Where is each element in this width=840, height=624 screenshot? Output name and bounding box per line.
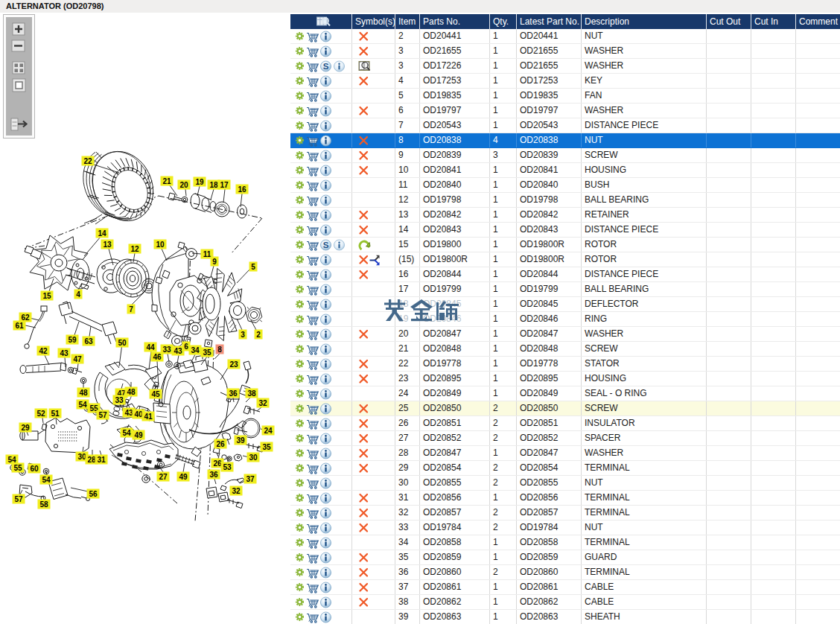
svg-text:12: 12 xyxy=(130,245,139,253)
svg-text:54: 54 xyxy=(122,429,131,437)
svg-text:45: 45 xyxy=(151,390,160,398)
svg-text:49: 49 xyxy=(179,473,188,481)
svg-text:32: 32 xyxy=(258,399,267,407)
svg-text:2: 2 xyxy=(256,331,261,339)
svg-text:11: 11 xyxy=(203,250,211,258)
svg-text:36: 36 xyxy=(209,471,218,479)
svg-text:33: 33 xyxy=(115,396,124,404)
svg-text:36: 36 xyxy=(229,389,238,398)
svg-text:38: 38 xyxy=(247,389,256,398)
svg-text:31: 31 xyxy=(97,456,106,464)
svg-text:48: 48 xyxy=(127,388,136,396)
svg-text:26: 26 xyxy=(216,440,225,448)
svg-text:33: 33 xyxy=(162,346,171,354)
svg-text:57: 57 xyxy=(98,411,107,419)
svg-text:57: 57 xyxy=(14,495,23,503)
svg-text:5: 5 xyxy=(251,263,255,271)
svg-text:24: 24 xyxy=(264,427,273,435)
svg-text:44: 44 xyxy=(146,343,155,351)
svg-text:54: 54 xyxy=(42,476,51,484)
svg-text:47: 47 xyxy=(73,355,82,363)
svg-text:21: 21 xyxy=(162,177,171,185)
svg-text:49: 49 xyxy=(134,431,143,439)
svg-text:42: 42 xyxy=(39,347,48,355)
svg-text:9: 9 xyxy=(212,258,217,266)
svg-text:51: 51 xyxy=(51,410,60,418)
svg-text:63: 63 xyxy=(84,337,93,346)
svg-text:4: 4 xyxy=(76,290,80,299)
svg-text:27: 27 xyxy=(159,473,168,481)
svg-text:37: 37 xyxy=(246,475,255,483)
svg-text:19: 19 xyxy=(195,178,204,186)
svg-text:40: 40 xyxy=(134,410,143,418)
svg-text:41: 41 xyxy=(144,413,153,421)
svg-text:35: 35 xyxy=(262,443,271,451)
svg-text:56: 56 xyxy=(89,490,98,498)
svg-text:46: 46 xyxy=(153,353,162,361)
svg-text:48: 48 xyxy=(79,389,88,397)
svg-text:59: 59 xyxy=(68,336,77,344)
svg-text:62: 62 xyxy=(21,313,30,322)
svg-text:32: 32 xyxy=(232,487,241,495)
svg-text:3: 3 xyxy=(241,331,245,339)
svg-text:16: 16 xyxy=(238,185,246,194)
svg-text:30: 30 xyxy=(77,453,86,461)
svg-text:55: 55 xyxy=(13,464,22,472)
svg-text:28: 28 xyxy=(87,456,96,464)
svg-text:6: 6 xyxy=(184,343,188,351)
svg-text:43: 43 xyxy=(174,347,182,355)
svg-text:8: 8 xyxy=(217,346,222,354)
svg-text:52: 52 xyxy=(36,410,45,418)
svg-text:7: 7 xyxy=(129,305,133,313)
svg-text:54: 54 xyxy=(7,456,16,464)
svg-text:17: 17 xyxy=(220,181,229,189)
svg-text:61: 61 xyxy=(15,322,24,330)
svg-text:14: 14 xyxy=(98,229,106,238)
svg-text:34: 34 xyxy=(191,346,200,354)
svg-text:30: 30 xyxy=(249,453,258,462)
svg-text:43: 43 xyxy=(60,349,69,357)
svg-text:53: 53 xyxy=(223,463,232,471)
svg-text:29: 29 xyxy=(21,424,30,432)
svg-text:10: 10 xyxy=(156,241,165,249)
svg-text:20: 20 xyxy=(179,181,188,189)
svg-text:13: 13 xyxy=(103,241,112,249)
svg-text:23: 23 xyxy=(229,360,238,369)
svg-text:35: 35 xyxy=(203,348,211,357)
svg-text:50: 50 xyxy=(118,339,127,347)
svg-text:15: 15 xyxy=(42,292,51,300)
svg-text:39: 39 xyxy=(236,436,245,445)
svg-text:26: 26 xyxy=(213,459,222,468)
svg-text:18: 18 xyxy=(209,181,218,189)
svg-text:58: 58 xyxy=(39,500,48,509)
svg-text:43: 43 xyxy=(124,409,133,417)
svg-text:22: 22 xyxy=(83,157,92,165)
svg-text:60: 60 xyxy=(30,465,39,473)
svg-text:54: 54 xyxy=(78,401,87,409)
